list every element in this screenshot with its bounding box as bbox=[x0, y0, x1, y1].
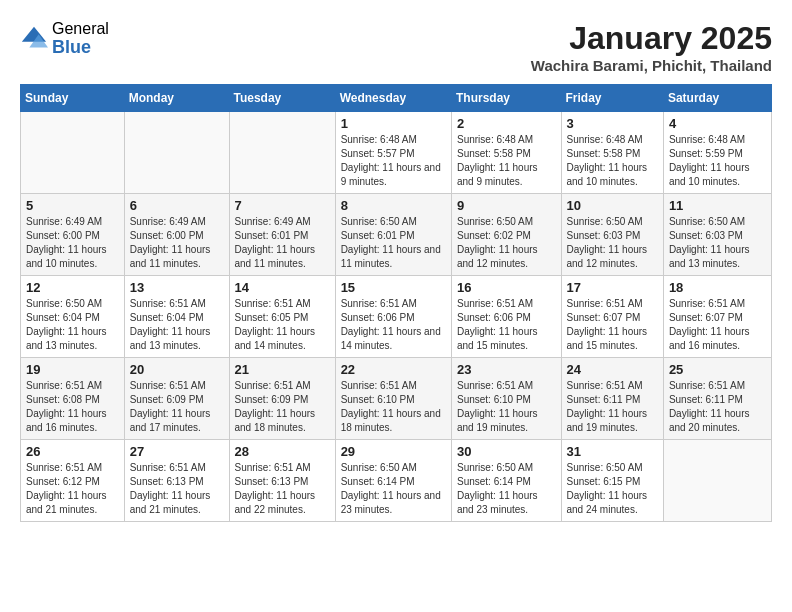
day-number: 24 bbox=[567, 362, 658, 377]
day-info: Sunrise: 6:51 AM Sunset: 6:06 PM Dayligh… bbox=[341, 297, 446, 353]
day-info: Sunrise: 6:49 AM Sunset: 6:00 PM Dayligh… bbox=[26, 215, 119, 271]
day-number: 3 bbox=[567, 116, 658, 131]
day-cell: 26Sunrise: 6:51 AM Sunset: 6:12 PM Dayli… bbox=[21, 440, 125, 522]
logo-text: General Blue bbox=[52, 20, 109, 57]
day-cell: 30Sunrise: 6:50 AM Sunset: 6:14 PM Dayli… bbox=[451, 440, 561, 522]
day-info: Sunrise: 6:51 AM Sunset: 6:06 PM Dayligh… bbox=[457, 297, 556, 353]
day-cell: 22Sunrise: 6:51 AM Sunset: 6:10 PM Dayli… bbox=[335, 358, 451, 440]
page-header: General Blue January 2025 Wachira Barami… bbox=[20, 20, 772, 74]
day-number: 21 bbox=[235, 362, 330, 377]
day-cell: 12Sunrise: 6:50 AM Sunset: 6:04 PM Dayli… bbox=[21, 276, 125, 358]
day-cell: 16Sunrise: 6:51 AM Sunset: 6:06 PM Dayli… bbox=[451, 276, 561, 358]
day-info: Sunrise: 6:51 AM Sunset: 6:05 PM Dayligh… bbox=[235, 297, 330, 353]
day-info: Sunrise: 6:51 AM Sunset: 6:12 PM Dayligh… bbox=[26, 461, 119, 517]
day-info: Sunrise: 6:50 AM Sunset: 6:04 PM Dayligh… bbox=[26, 297, 119, 353]
day-info: Sunrise: 6:48 AM Sunset: 5:58 PM Dayligh… bbox=[567, 133, 658, 189]
day-number: 26 bbox=[26, 444, 119, 459]
day-cell: 24Sunrise: 6:51 AM Sunset: 6:11 PM Dayli… bbox=[561, 358, 663, 440]
day-number: 11 bbox=[669, 198, 766, 213]
day-info: Sunrise: 6:51 AM Sunset: 6:11 PM Dayligh… bbox=[567, 379, 658, 435]
day-info: Sunrise: 6:51 AM Sunset: 6:07 PM Dayligh… bbox=[567, 297, 658, 353]
day-number: 22 bbox=[341, 362, 446, 377]
day-number: 8 bbox=[341, 198, 446, 213]
day-info: Sunrise: 6:50 AM Sunset: 6:03 PM Dayligh… bbox=[567, 215, 658, 271]
day-cell bbox=[229, 112, 335, 194]
day-info: Sunrise: 6:51 AM Sunset: 6:08 PM Dayligh… bbox=[26, 379, 119, 435]
day-cell: 27Sunrise: 6:51 AM Sunset: 6:13 PM Dayli… bbox=[124, 440, 229, 522]
day-cell: 28Sunrise: 6:51 AM Sunset: 6:13 PM Dayli… bbox=[229, 440, 335, 522]
day-info: Sunrise: 6:51 AM Sunset: 6:07 PM Dayligh… bbox=[669, 297, 766, 353]
day-info: Sunrise: 6:50 AM Sunset: 6:14 PM Dayligh… bbox=[341, 461, 446, 517]
day-cell: 19Sunrise: 6:51 AM Sunset: 6:08 PM Dayli… bbox=[21, 358, 125, 440]
day-number: 17 bbox=[567, 280, 658, 295]
day-number: 14 bbox=[235, 280, 330, 295]
week-row-3: 12Sunrise: 6:50 AM Sunset: 6:04 PM Dayli… bbox=[21, 276, 772, 358]
logo-general: General bbox=[52, 20, 109, 38]
day-info: Sunrise: 6:49 AM Sunset: 6:01 PM Dayligh… bbox=[235, 215, 330, 271]
week-row-5: 26Sunrise: 6:51 AM Sunset: 6:12 PM Dayli… bbox=[21, 440, 772, 522]
day-info: Sunrise: 6:50 AM Sunset: 6:01 PM Dayligh… bbox=[341, 215, 446, 271]
col-header-wednesday: Wednesday bbox=[335, 85, 451, 112]
svg-marker-0 bbox=[22, 27, 46, 42]
day-number: 15 bbox=[341, 280, 446, 295]
day-number: 1 bbox=[341, 116, 446, 131]
day-number: 31 bbox=[567, 444, 658, 459]
day-cell: 14Sunrise: 6:51 AM Sunset: 6:05 PM Dayli… bbox=[229, 276, 335, 358]
day-number: 5 bbox=[26, 198, 119, 213]
day-number: 12 bbox=[26, 280, 119, 295]
logo: General Blue bbox=[20, 20, 109, 57]
day-cell: 29Sunrise: 6:50 AM Sunset: 6:14 PM Dayli… bbox=[335, 440, 451, 522]
day-info: Sunrise: 6:51 AM Sunset: 6:10 PM Dayligh… bbox=[341, 379, 446, 435]
week-row-4: 19Sunrise: 6:51 AM Sunset: 6:08 PM Dayli… bbox=[21, 358, 772, 440]
col-header-saturday: Saturday bbox=[663, 85, 771, 112]
col-header-tuesday: Tuesday bbox=[229, 85, 335, 112]
day-info: Sunrise: 6:50 AM Sunset: 6:15 PM Dayligh… bbox=[567, 461, 658, 517]
day-cell: 11Sunrise: 6:50 AM Sunset: 6:03 PM Dayli… bbox=[663, 194, 771, 276]
day-cell: 10Sunrise: 6:50 AM Sunset: 6:03 PM Dayli… bbox=[561, 194, 663, 276]
day-cell: 5Sunrise: 6:49 AM Sunset: 6:00 PM Daylig… bbox=[21, 194, 125, 276]
day-info: Sunrise: 6:48 AM Sunset: 5:58 PM Dayligh… bbox=[457, 133, 556, 189]
day-number: 23 bbox=[457, 362, 556, 377]
day-info: Sunrise: 6:48 AM Sunset: 5:57 PM Dayligh… bbox=[341, 133, 446, 189]
day-number: 20 bbox=[130, 362, 224, 377]
day-info: Sunrise: 6:50 AM Sunset: 6:02 PM Dayligh… bbox=[457, 215, 556, 271]
calendar-subtitle: Wachira Barami, Phichit, Thailand bbox=[531, 57, 772, 74]
day-cell: 21Sunrise: 6:51 AM Sunset: 6:09 PM Dayli… bbox=[229, 358, 335, 440]
col-header-friday: Friday bbox=[561, 85, 663, 112]
col-header-monday: Monday bbox=[124, 85, 229, 112]
day-cell: 2Sunrise: 6:48 AM Sunset: 5:58 PM Daylig… bbox=[451, 112, 561, 194]
day-cell: 3Sunrise: 6:48 AM Sunset: 5:58 PM Daylig… bbox=[561, 112, 663, 194]
week-row-2: 5Sunrise: 6:49 AM Sunset: 6:00 PM Daylig… bbox=[21, 194, 772, 276]
day-cell bbox=[663, 440, 771, 522]
day-info: Sunrise: 6:51 AM Sunset: 6:11 PM Dayligh… bbox=[669, 379, 766, 435]
day-cell: 18Sunrise: 6:51 AM Sunset: 6:07 PM Dayli… bbox=[663, 276, 771, 358]
day-cell: 31Sunrise: 6:50 AM Sunset: 6:15 PM Dayli… bbox=[561, 440, 663, 522]
day-number: 7 bbox=[235, 198, 330, 213]
days-header-row: SundayMondayTuesdayWednesdayThursdayFrid… bbox=[21, 85, 772, 112]
day-cell: 13Sunrise: 6:51 AM Sunset: 6:04 PM Dayli… bbox=[124, 276, 229, 358]
day-number: 27 bbox=[130, 444, 224, 459]
day-cell: 1Sunrise: 6:48 AM Sunset: 5:57 PM Daylig… bbox=[335, 112, 451, 194]
day-number: 4 bbox=[669, 116, 766, 131]
day-info: Sunrise: 6:51 AM Sunset: 6:13 PM Dayligh… bbox=[130, 461, 224, 517]
col-header-sunday: Sunday bbox=[21, 85, 125, 112]
logo-icon bbox=[20, 25, 48, 53]
day-cell: 9Sunrise: 6:50 AM Sunset: 6:02 PM Daylig… bbox=[451, 194, 561, 276]
day-number: 2 bbox=[457, 116, 556, 131]
day-info: Sunrise: 6:51 AM Sunset: 6:04 PM Dayligh… bbox=[130, 297, 224, 353]
day-cell: 17Sunrise: 6:51 AM Sunset: 6:07 PM Dayli… bbox=[561, 276, 663, 358]
calendar-table: SundayMondayTuesdayWednesdayThursdayFrid… bbox=[20, 84, 772, 522]
day-number: 28 bbox=[235, 444, 330, 459]
day-info: Sunrise: 6:50 AM Sunset: 6:03 PM Dayligh… bbox=[669, 215, 766, 271]
day-number: 9 bbox=[457, 198, 556, 213]
day-info: Sunrise: 6:51 AM Sunset: 6:09 PM Dayligh… bbox=[235, 379, 330, 435]
day-number: 13 bbox=[130, 280, 224, 295]
col-header-thursday: Thursday bbox=[451, 85, 561, 112]
title-block: January 2025 Wachira Barami, Phichit, Th… bbox=[531, 20, 772, 74]
day-info: Sunrise: 6:51 AM Sunset: 6:09 PM Dayligh… bbox=[130, 379, 224, 435]
logo-blue: Blue bbox=[52, 38, 109, 58]
day-cell: 7Sunrise: 6:49 AM Sunset: 6:01 PM Daylig… bbox=[229, 194, 335, 276]
day-cell: 25Sunrise: 6:51 AM Sunset: 6:11 PM Dayli… bbox=[663, 358, 771, 440]
day-cell bbox=[124, 112, 229, 194]
day-cell: 4Sunrise: 6:48 AM Sunset: 5:59 PM Daylig… bbox=[663, 112, 771, 194]
